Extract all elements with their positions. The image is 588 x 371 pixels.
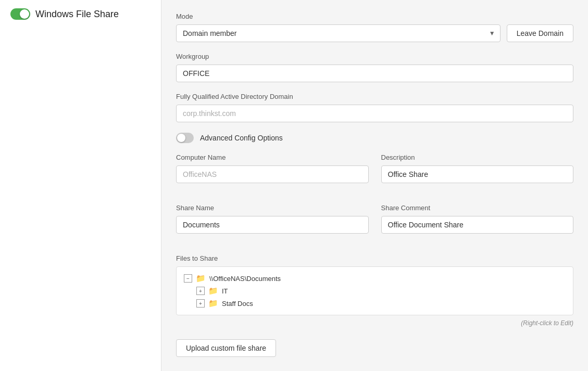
computer-description-row: Computer Name Description (176, 153, 573, 194)
tree-item-staff-docs[interactable]: + 📁 Staff Docs (196, 297, 566, 310)
mode-select-wrapper: Domain member Workgroup ▼ (176, 24, 501, 42)
mode-label: Mode (176, 12, 573, 20)
tree-label-it: IT (222, 287, 228, 295)
computer-name-section: Computer Name (176, 153, 369, 183)
files-section: Files to Share − 📁 \\OfficeNAS\Documents… (176, 254, 573, 327)
advanced-config-row: Advanced Config Options (176, 133, 573, 143)
share-name-input[interactable] (176, 216, 369, 234)
folder-icon-root: 📁 (196, 274, 206, 283)
tree-item-it[interactable]: + 📁 IT (196, 285, 566, 297)
sidebar: Windows File Share (0, 0, 161, 371)
description-label: Description (381, 153, 574, 161)
main-toggle[interactable] (10, 8, 30, 20)
main-content: Mode Domain member Workgroup ▼ Leave Dom… (161, 0, 588, 371)
advanced-config-label: Advanced Config Options (200, 134, 283, 142)
right-click-hint: (Right-click to Edit) (176, 319, 573, 327)
share-comment-section: Share Comment (381, 204, 574, 234)
fqad-label: Fully Qualified Active Directory Domain (176, 93, 573, 100)
workgroup-input[interactable] (176, 65, 573, 82)
advanced-toggle[interactable] (176, 133, 194, 143)
tree-expander-staff-docs[interactable]: + (196, 299, 205, 308)
share-comment-input[interactable] (381, 216, 574, 234)
file-tree: − 📁 \\OfficeNAS\Documents + 📁 IT + 📁 Sta… (176, 266, 573, 315)
tree-label-root: \\OfficeNAS\Documents (209, 275, 281, 283)
workgroup-label: Workgroup (176, 53, 573, 60)
sidebar-item-windows-file-share[interactable]: Windows File Share (0, 0, 161, 28)
tree-expander-root[interactable]: − (184, 274, 192, 283)
upload-custom-file-share-button[interactable]: Upload custom file share (176, 339, 276, 357)
mode-row: Domain member Workgroup ▼ Leave Domain (176, 24, 573, 42)
folder-icon-staff-docs: 📁 (208, 299, 218, 308)
tree-label-staff-docs: Staff Docs (222, 300, 253, 308)
share-name-label: Share Name (176, 204, 369, 212)
mode-section: Mode Domain member Workgroup ▼ Leave Dom… (176, 12, 573, 42)
share-comment-label: Share Comment (381, 204, 574, 212)
computer-name-label: Computer Name (176, 153, 369, 161)
tree-expander-it[interactable]: + (196, 287, 205, 295)
sidebar-title: Windows File Share (35, 9, 119, 20)
folder-icon-it: 📁 (208, 286, 218, 296)
tree-item-root[interactable]: − 📁 \\OfficeNAS\Documents (184, 272, 566, 285)
files-label: Files to Share (176, 254, 573, 262)
share-row: Share Name Share Comment (176, 204, 573, 244)
computer-name-input[interactable] (176, 165, 369, 183)
fqad-section: Fully Qualified Active Directory Domain (176, 93, 573, 122)
fqad-input[interactable] (176, 105, 573, 122)
leave-domain-button[interactable]: Leave Domain (507, 24, 573, 42)
mode-select[interactable]: Domain member Workgroup (176, 24, 501, 42)
description-input[interactable] (381, 165, 574, 183)
description-section: Description (381, 153, 574, 183)
workgroup-section: Workgroup (176, 53, 573, 82)
share-name-section: Share Name (176, 204, 369, 234)
